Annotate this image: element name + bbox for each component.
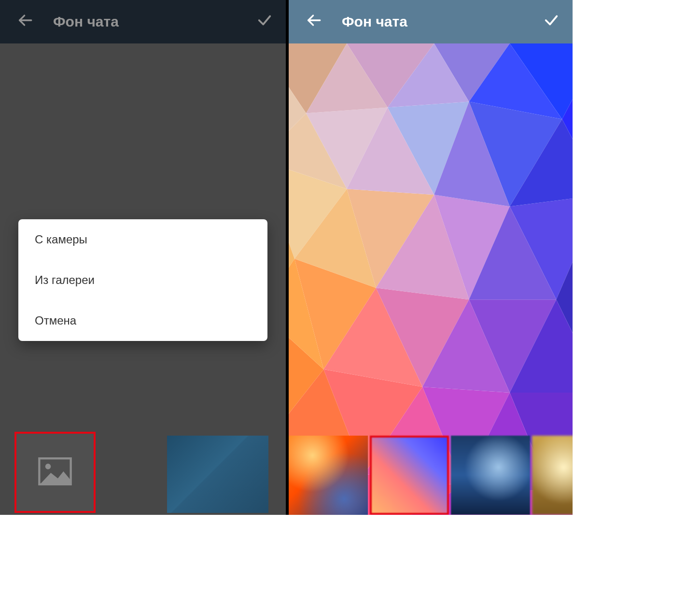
- thumbnail-strip-left: [0, 432, 286, 515]
- thumb-wallpaper-blue[interactable]: [167, 436, 268, 513]
- thumb-wallpaper-polygonal[interactable]: [370, 436, 449, 515]
- wallpaper-preview-left: С камеры Из галереи Отмена: [0, 43, 286, 515]
- back-button[interactable]: [302, 10, 325, 33]
- sheet-option-cancel[interactable]: Отмена: [18, 300, 267, 341]
- sheet-option-gallery[interactable]: Из галереи: [18, 260, 267, 300]
- back-arrow-icon: [17, 12, 33, 32]
- sheet-option-camera[interactable]: С камеры: [18, 219, 267, 260]
- appbar-right: Фон чата: [289, 0, 573, 43]
- confirm-button[interactable]: [540, 10, 563, 33]
- back-arrow-icon: [306, 12, 322, 32]
- thumb-wallpaper-fire[interactable]: [289, 436, 368, 515]
- thumb-wallpaper-sky[interactable]: [451, 436, 530, 515]
- page-title: Фон чата: [53, 14, 237, 30]
- thumbnail-strip-right: [289, 436, 573, 515]
- image-placeholder-icon: [38, 457, 72, 487]
- thumb-wallpaper-bokeh[interactable]: [532, 436, 573, 515]
- wallpaper-preview-right: [289, 43, 573, 515]
- page-title: Фон чата: [342, 14, 523, 30]
- phone-left: Фон чата: [0, 0, 286, 515]
- confirm-button[interactable]: [253, 10, 276, 33]
- check-icon: [543, 12, 560, 32]
- dual-screenshot: Фон чата: [0, 0, 573, 515]
- back-button[interactable]: [14, 10, 37, 33]
- appbar-left: Фон чата: [0, 0, 286, 43]
- phone-right: Фон чата: [286, 0, 573, 515]
- image-source-sheet: С камеры Из галереи Отмена: [18, 219, 267, 341]
- svg-point-2: [45, 464, 51, 469]
- thumb-upload-image[interactable]: [14, 432, 96, 513]
- check-icon: [256, 12, 273, 32]
